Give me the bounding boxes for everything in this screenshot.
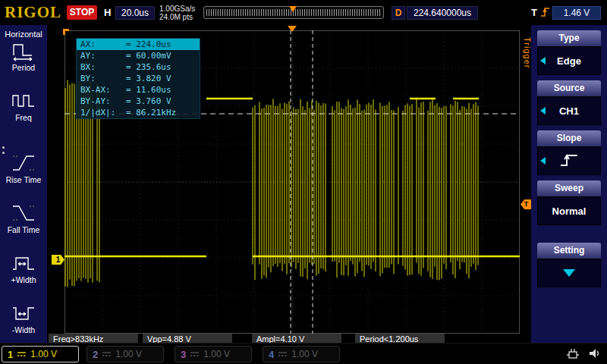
menu-item-pos-width[interactable]: +Width bbox=[0, 253, 47, 284]
delay-label: D bbox=[392, 6, 405, 20]
left-measure-menu: Horizontal Period Freq Rise Time Fall Ti… bbox=[0, 25, 47, 343]
cursor-readout-panel: AX:= 224.0us AY:= 60.00mV BX:= 235.6us B… bbox=[76, 38, 200, 119]
dc-coupling-icon bbox=[278, 350, 288, 358]
acquisition-info: 1.00GSa/s 24.0M pts bbox=[159, 5, 195, 21]
trigger-type-value: Edge bbox=[557, 55, 581, 67]
trigger-type-button[interactable]: Edge bbox=[537, 46, 601, 75]
delay-value[interactable]: 224.640000us bbox=[407, 6, 478, 20]
menu-item-period[interactable]: Period bbox=[0, 40, 47, 72]
beeper-icon[interactable] bbox=[588, 347, 601, 360]
menu-item-freq[interactable]: Freq bbox=[0, 90, 47, 122]
trigger-level-marker[interactable]: T bbox=[521, 199, 532, 209]
menu-item-fall-time[interactable]: Fall Time bbox=[0, 202, 47, 234]
channel-scale: 1.00 V bbox=[30, 349, 57, 359]
trigger-slope-icon bbox=[539, 6, 551, 19]
menu-item-label: +Width bbox=[0, 275, 47, 284]
menu-item-label: Fall Time bbox=[0, 225, 47, 234]
menu-item-label: Period bbox=[0, 63, 47, 72]
channel-number: 2 bbox=[93, 349, 98, 360]
fall-time-icon bbox=[11, 202, 36, 224]
period-icon bbox=[11, 40, 36, 61]
trigger-setting-button[interactable] bbox=[537, 259, 601, 287]
menu-item-label: Rise Time bbox=[0, 175, 47, 184]
menu-item-rise-time[interactable]: Rise Time bbox=[0, 152, 47, 184]
cursor-row-bx: BX:= 235.6us bbox=[77, 61, 200, 73]
dc-coupling-icon bbox=[102, 350, 112, 358]
rigol-logo: RIGOL bbox=[5, 3, 61, 22]
menu-item-neg-width[interactable]: -Width bbox=[0, 303, 47, 334]
menu-header-setting: Setting bbox=[537, 243, 601, 259]
left-arrow-icon bbox=[540, 157, 546, 165]
channel-scale: 1.00 V bbox=[291, 349, 318, 359]
menu-section-type: Type Edge bbox=[537, 30, 601, 75]
memory-trigger-marker-icon[interactable] bbox=[289, 6, 297, 12]
plus-width-icon bbox=[11, 253, 36, 274]
dc-coupling-icon bbox=[190, 350, 200, 358]
trigger-label: T bbox=[531, 7, 537, 18]
menu-item-label: -Width bbox=[0, 325, 47, 334]
menu-header-slope: Slope bbox=[537, 130, 601, 146]
trigger-level-value[interactable]: 1.46 V bbox=[552, 6, 601, 20]
trigger-source-button[interactable]: CH1 bbox=[537, 96, 601, 125]
menu-section-source: Source CH1 bbox=[537, 80, 601, 125]
channel-2-indicator[interactable]: 2 1.00 V bbox=[86, 346, 164, 362]
trigger-menu: Type Edge Source CH1 Slope Sweep Normal … bbox=[531, 25, 607, 343]
display-area: T 1 Trigger AX:= 224.0us AY:= 60.00mV BX… bbox=[47, 25, 531, 343]
trigger-sweep-value: Normal bbox=[552, 206, 587, 217]
cursor-row-bxax: BX-AX:= 11.60us bbox=[77, 84, 200, 96]
trigger-position-marker[interactable] bbox=[288, 26, 297, 32]
channel-number: 1 bbox=[8, 349, 13, 360]
channel-number: 4 bbox=[269, 349, 274, 360]
horizontal-label: H bbox=[104, 7, 111, 18]
channel-4-indicator[interactable]: 4 1.00 V bbox=[263, 346, 340, 362]
run-state-badge[interactable]: STOP bbox=[67, 5, 97, 20]
channel1-ground-marker[interactable]: 1 bbox=[52, 255, 64, 265]
sample-rate: 1.00GSa/s bbox=[159, 5, 195, 13]
menu-header-sweep: Sweep bbox=[537, 180, 601, 196]
menu-section-slope: Slope bbox=[537, 130, 601, 175]
trigger-corner-marker bbox=[63, 29, 69, 35]
left-arrow-icon bbox=[540, 107, 546, 115]
menu-header-type: Type bbox=[537, 30, 601, 46]
rising-edge-icon bbox=[558, 152, 580, 169]
menu-item-label: Freq bbox=[0, 113, 47, 122]
freq-icon bbox=[11, 90, 36, 111]
left-arrow-icon bbox=[540, 57, 546, 64]
memory-depth: 24.0M pts bbox=[159, 13, 195, 21]
trigger-sweep-button[interactable]: Normal bbox=[537, 196, 601, 225]
menu-header-source: Source bbox=[537, 80, 601, 96]
cursor-row-inv-dx: 1/|dX|:= 86.21kHz bbox=[77, 107, 200, 118]
timebase-value[interactable]: 20.0us bbox=[115, 6, 155, 20]
memory-position-bar[interactable] bbox=[203, 6, 384, 19]
bottom-bar: 1 1.00 V 2 1.00 V 3 1.00 V 4 1.00 V bbox=[0, 343, 607, 364]
minus-width-icon bbox=[11, 303, 36, 324]
channel-scale: 1.00 V bbox=[115, 349, 142, 359]
cursor-row-ay: AY:= 60.00mV bbox=[77, 50, 200, 61]
channel-number: 3 bbox=[181, 349, 186, 360]
menu-section-sweep: Sweep Normal bbox=[537, 180, 601, 225]
channel-scale: 1.00 V bbox=[203, 349, 230, 359]
dc-coupling-icon bbox=[17, 350, 27, 358]
ch1-waveform-levels bbox=[64, 99, 520, 256]
rise-time-icon bbox=[11, 152, 36, 174]
channel-1-indicator[interactable]: 1 1.00 V bbox=[2, 346, 79, 362]
top-bar: RIGOL STOP H 20.0us 1.00GSa/s 24.0M pts … bbox=[0, 0, 607, 25]
cursor-row-ax: AX:= 224.0us bbox=[77, 39, 200, 50]
menu-section-setting: Setting bbox=[537, 243, 601, 287]
down-arrow-icon bbox=[563, 269, 575, 277]
left-menu-title: Horizontal bbox=[0, 25, 47, 39]
cursor-row-byay: BY-AY:= 3.760 V bbox=[77, 96, 200, 107]
cursor-row-by: BY:= 3.820 V bbox=[77, 73, 200, 84]
channel-3-indicator[interactable]: 3 1.00 V bbox=[175, 346, 252, 362]
trigger-slope-button[interactable] bbox=[537, 146, 601, 175]
trigger-source-value: CH1 bbox=[559, 105, 579, 117]
usb-icon bbox=[565, 347, 580, 360]
